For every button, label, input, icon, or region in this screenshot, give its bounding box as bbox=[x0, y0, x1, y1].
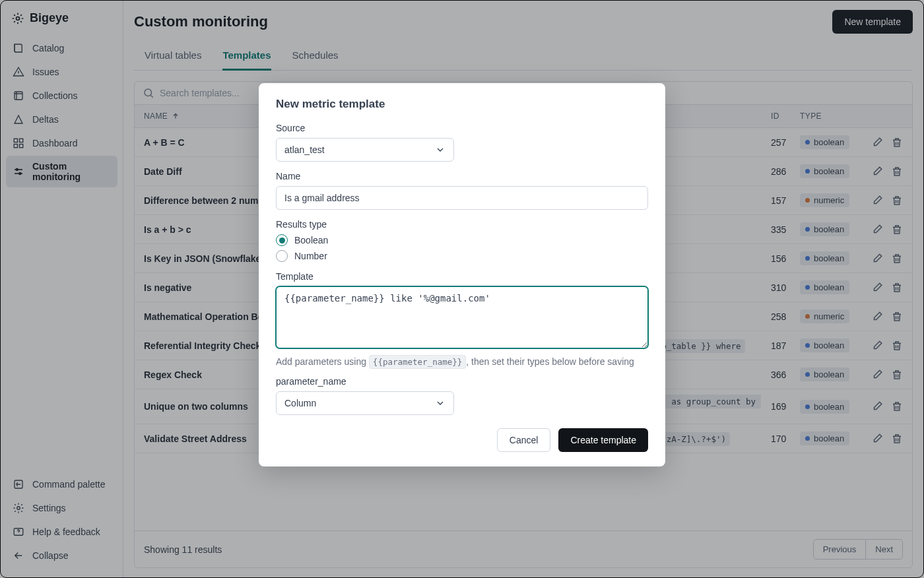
name-label: Name bbox=[276, 171, 648, 181]
radio-checked-icon bbox=[276, 234, 288, 246]
radio-number[interactable]: Number bbox=[276, 250, 648, 262]
create-template-button[interactable]: Create template bbox=[558, 428, 648, 452]
new-template-modal: New metric template Source atlan_test Na… bbox=[259, 83, 665, 466]
source-label: Source bbox=[276, 123, 648, 133]
radio-boolean[interactable]: Boolean bbox=[276, 234, 648, 246]
param-type-select[interactable]: Column bbox=[276, 391, 454, 415]
template-textarea[interactable] bbox=[276, 286, 648, 348]
results-type-label: Results type bbox=[276, 219, 648, 230]
radio-unchecked-icon bbox=[276, 250, 288, 262]
chevron-down-icon bbox=[435, 144, 446, 155]
source-select[interactable]: atlan_test bbox=[276, 138, 454, 162]
template-hint: Add parameters using {{parameter_name}},… bbox=[276, 356, 648, 367]
modal-overlay[interactable]: New metric template Source atlan_test Na… bbox=[0, 0, 924, 578]
chevron-down-icon bbox=[435, 398, 446, 408]
modal-title: New metric template bbox=[276, 98, 648, 111]
param-label: parameter_name bbox=[276, 376, 648, 387]
cancel-button[interactable]: Cancel bbox=[497, 428, 551, 452]
template-label: Template bbox=[276, 271, 648, 282]
name-input[interactable] bbox=[276, 186, 648, 210]
